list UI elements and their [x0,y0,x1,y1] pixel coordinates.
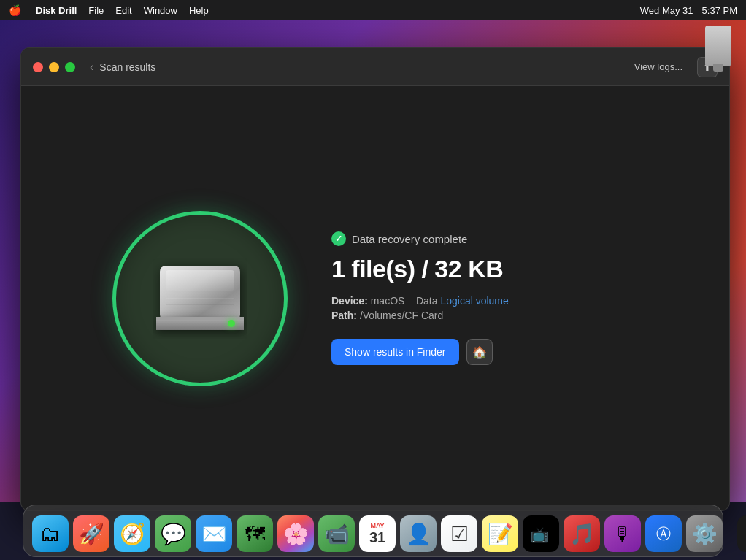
apple-menu[interactable]: 🍎 [9,4,21,16]
device-name: macOS [371,295,405,307]
device-info: Device: macOS – Data Logical volume Path… [331,295,638,321]
dock-item-photos[interactable]: 🌸 [277,515,314,552]
device-separator: – Data [407,295,437,307]
menubar-date: Wed May 31 [640,5,693,16]
close-button[interactable] [33,62,43,72]
status-check-icon: ✓ [331,231,346,246]
dock-item-podcasts[interactable]: 🎙 [604,515,641,552]
harddrive-illustration [153,258,247,339]
dock-item-mail[interactable]: ✉️ [196,515,232,552]
dock-item-settings[interactable]: ⚙️ [686,515,723,552]
path-line: Path: /Volumes/CF Card [331,310,638,321]
device-label: Device: [331,295,368,307]
dock-item-terminal[interactable]: >_ [737,515,746,552]
svg-point-4 [228,320,235,327]
minimize-button[interactable] [49,62,59,72]
titlebar-title: Scan results [99,61,155,73]
dock-item-finder[interactable]: 🗂 [32,515,69,552]
titlebar-actions: View logs... ⬆ [628,57,718,77]
usb-drive-icon [705,26,731,66]
status-text: Data recovery complete [352,233,467,245]
recovery-status: ✓ Data recovery complete [331,231,638,246]
apple-tv-icon: 📺 [531,523,551,544]
dock-item-launchpad[interactable]: 🚀 [73,515,109,552]
dock-item-contacts[interactable]: 👤 [400,515,437,552]
window-controls [33,62,75,72]
dock-item-tv[interactable]: 📺 [523,515,559,552]
app-window: ‹ Scan results View logs... ⬆ [20,47,730,511]
dock-item-calendar[interactable]: MAY 31 [359,515,396,552]
action-buttons: Show results in Finder 🏠 [331,339,638,365]
device-line: Device: macOS – Data Logical volume [331,295,638,307]
svg-text:📺: 📺 [531,526,549,543]
path-value: /Volumes/CF Card [360,310,443,321]
home-icon: 🏠 [472,345,487,359]
main-content: ✓ Data recovery complete 1 file(s) / 32 … [21,86,729,510]
dock-container: 🗂 🚀 🧭 💬 ✉️ 🗺 🌸 📹 MAY 31 👤 ☑ 📝 📺 🎵 🎙 Ⓐ ⚙️… [23,505,723,557]
menu-window[interactable]: Window [144,5,177,16]
dock: 🗂 🚀 🧭 💬 ✉️ 🗺 🌸 📹 MAY 31 👤 ☑ 📝 📺 🎵 🎙 Ⓐ ⚙️… [23,505,723,557]
recovery-info: ✓ Data recovery complete 1 file(s) / 32 … [331,231,638,365]
show-results-in-finder-button[interactable]: Show results in Finder [331,339,459,365]
disk-circle [112,211,288,386]
menubar: 🍎 Disk Drill File Edit Window Help Wed M… [0,0,746,20]
dock-item-notes[interactable]: 📝 [482,515,518,552]
svg-rect-1 [166,270,234,291]
maximize-button[interactable] [65,62,75,72]
dock-item-reminders[interactable]: ☑ [441,515,477,552]
dock-item-maps[interactable]: 🗺 [237,515,273,552]
dock-item-facetime[interactable]: 📹 [318,515,355,552]
titlebar: ‹ Scan results View logs... ⬆ [21,48,729,86]
disk-container [112,211,288,386]
dock-item-messages[interactable]: 💬 [155,515,191,552]
menubar-time: 5:37 PM [702,5,737,16]
dock-item-safari[interactable]: 🧭 [114,515,150,552]
back-chevron-icon[interactable]: ‹ [90,61,93,74]
titlebar-nav[interactable]: ‹ Scan results [90,61,155,74]
menu-file[interactable]: File [88,5,104,16]
dock-item-music[interactable]: 🎵 [564,515,600,552]
menu-edit[interactable]: Edit [115,5,131,16]
device-type: Logical volume [440,295,508,307]
view-logs-button[interactable]: View logs... [628,58,688,75]
menu-help[interactable]: Help [189,5,209,16]
path-label: Path: [331,310,357,321]
dock-item-appstore[interactable]: Ⓐ [645,515,682,552]
app-menu-diskdrill[interactable]: Disk Drill [36,5,77,16]
recovery-size: 1 file(s) / 32 KB [331,255,638,283]
home-button[interactable]: 🏠 [466,339,493,365]
disk-visual [153,258,247,339]
svg-rect-3 [156,317,244,320]
